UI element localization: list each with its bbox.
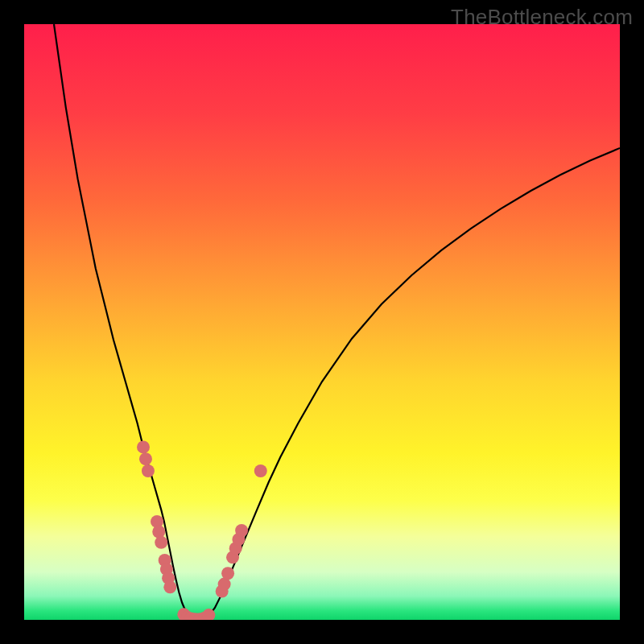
- scatter-dot: [235, 524, 248, 537]
- chart-frame: TheBottleneck.com: [0, 0, 644, 644]
- scatter-dot: [221, 567, 234, 580]
- scatter-dot: [254, 464, 267, 477]
- chart-svg: [24, 24, 620, 620]
- scatter-dot: [142, 464, 155, 477]
- gradient-background: [24, 24, 620, 620]
- scatter-dot: [139, 452, 152, 465]
- scatter-dot: [155, 536, 167, 549]
- scatter-dot: [152, 525, 165, 538]
- plot-area: [24, 24, 620, 620]
- scatter-dot: [163, 580, 176, 593]
- scatter-dot: [137, 440, 150, 453]
